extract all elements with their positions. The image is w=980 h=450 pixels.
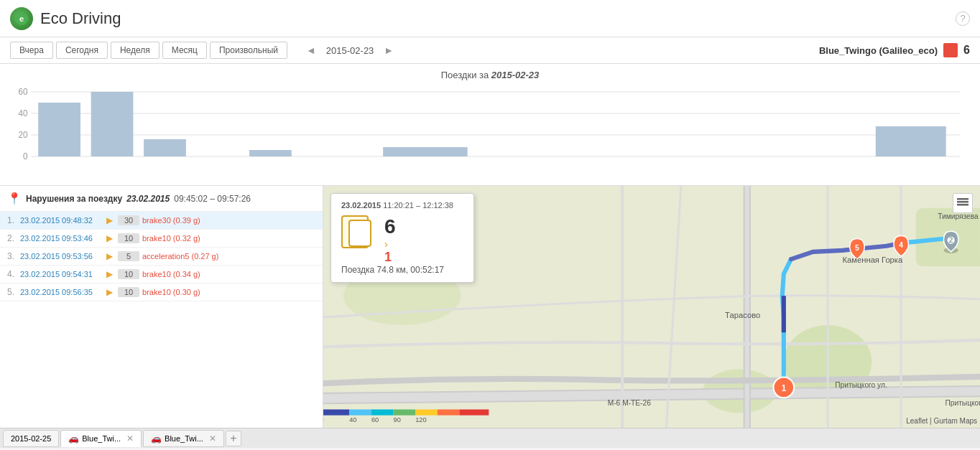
date-label: 2015-02-23 xyxy=(326,45,374,56)
svg-rect-14 xyxy=(383,147,468,156)
period-btn-yesterday[interactable]: Вчера xyxy=(10,42,53,59)
tab-vehicle-2-icon: 🚗 xyxy=(151,433,162,444)
tooltip-date-range: 23.02.2015 11:20:21 – 12:12:38 xyxy=(341,201,463,210)
vrow-arrow-2: ▶ xyxy=(106,233,118,243)
date-prev-btn[interactable]: ◄ xyxy=(302,43,320,57)
svg-rect-46 xyxy=(415,409,438,415)
vrow-num-2: 2. xyxy=(7,233,20,243)
tab-vehicle-1-label: Blue_Twi... xyxy=(82,434,121,443)
period-btn-today[interactable]: Сегодня xyxy=(56,42,108,59)
tooltip-chevron-icon: › xyxy=(384,238,388,250)
svg-rect-13 xyxy=(249,150,292,156)
vrow-score-1: 30 xyxy=(118,215,139,225)
svg-text:Притыцкого ул.: Притыцкого ул. xyxy=(835,381,887,389)
tab-vehicle-2-label: Blue_Twi... xyxy=(165,434,203,443)
tooltip-icon-stack xyxy=(341,215,377,253)
svg-text:Каменная Горка: Каменная Горка xyxy=(843,256,904,264)
bottom-tabs: 2015-02-25 🚗 Blue_Twi... ✕ 🚗 Blue_Twi...… xyxy=(0,428,980,448)
header-left: e Eco Driving xyxy=(10,7,121,30)
vrow-num-3: 3. xyxy=(7,251,20,261)
period-btn-month[interactable]: Месяц xyxy=(162,42,207,59)
vrow-type-4: brake10 (0.34 g) xyxy=(142,270,200,278)
vrow-date-2: 23.02.2015 09:53:46 xyxy=(20,234,106,243)
vrow-score-3: 5 xyxy=(118,251,139,261)
tooltip-icon-back xyxy=(348,220,371,247)
svg-text:e: e xyxy=(19,14,24,23)
svg-rect-61 xyxy=(957,204,969,206)
violations-header: 📍 Нарушения за поездку 23.02.2015 09:45:… xyxy=(0,186,323,212)
map-layers-btn[interactable] xyxy=(953,193,973,213)
vrow-date-4: 23.02.2015 09:54:31 xyxy=(20,270,106,278)
svg-rect-15 xyxy=(876,126,946,156)
tab-vehicle-2[interactable]: 🚗 Blue_Twi... ✕ xyxy=(143,430,224,447)
violation-row-4[interactable]: 4. 23.02.2015 09:54:31 ▶ 10 brake10 (0.3… xyxy=(0,266,323,283)
tab-date[interactable]: 2015-02-25 xyxy=(3,430,59,447)
tab-add-btn[interactable]: + xyxy=(226,431,241,446)
tooltip-counts: 6 › 1 xyxy=(384,215,396,265)
score-num: 6 xyxy=(963,44,970,57)
svg-text:2: 2 xyxy=(949,236,953,244)
svg-text:0: 0 xyxy=(323,416,324,423)
location-pin-icon: 📍 xyxy=(7,192,22,205)
svg-text:Притыцкого ул.: Притыцкого ул. xyxy=(945,399,980,407)
vrow-type-1: brake30 (0.39 g) xyxy=(142,216,200,225)
chart-section: Поездки за 2015-02-23 60 40 20 0 xyxy=(0,64,980,186)
toolbar-right: Blue_Twingo (Galileo_eco) 6 xyxy=(819,43,970,57)
tooltip-trip-count: 6 xyxy=(384,215,396,238)
tab-vehicle-2-close[interactable]: ✕ xyxy=(209,433,216,444)
vrow-num-5: 5. xyxy=(7,287,20,297)
svg-text:40: 40 xyxy=(349,416,356,423)
vrow-arrow-1: ▶ xyxy=(106,215,118,225)
period-btn-custom[interactable]: Произвольный xyxy=(210,42,287,59)
app-logo: e xyxy=(10,7,33,30)
vrow-type-5: brake10 (0.30 g) xyxy=(142,288,200,296)
tab-vehicle-1[interactable]: 🚗 Blue_Twi... ✕ xyxy=(60,430,142,447)
violation-row-3[interactable]: 3. 23.02.2015 09:53:56 ▶ 5 acceleration5… xyxy=(0,248,323,266)
header-right: ? xyxy=(956,11,970,26)
map-attribution: Leaflet | Gurtam Maps xyxy=(906,417,977,425)
svg-rect-45 xyxy=(394,409,416,415)
vehicle-name: Blue_Twingo (Galileo_eco) xyxy=(819,45,938,56)
violation-row-1[interactable]: 1. 23.02.2015 09:48:32 ▶ 30 brake30 (0.3… xyxy=(0,212,323,230)
tooltip-trip-info: Поездка 74.8 км, 00:52:17 xyxy=(341,265,463,275)
violations-panel: 📍 Нарушения за поездку 23.02.2015 09:45:… xyxy=(0,186,323,428)
vrow-score-2: 10 xyxy=(118,233,139,243)
svg-text:90: 90 xyxy=(394,416,401,423)
score-badge xyxy=(943,43,958,57)
vrow-arrow-5: ▶ xyxy=(106,287,118,297)
violations-trip-time: 09:45:02 – 09:57:26 xyxy=(174,194,251,204)
period-btn-week[interactable]: Неделя xyxy=(111,42,160,59)
svg-rect-48 xyxy=(459,409,489,415)
map-controls xyxy=(953,193,973,213)
violation-row-2[interactable]: 2. 23.02.2015 09:53:46 ▶ 10 brake10 (0.3… xyxy=(0,230,323,248)
svg-text:М-6 М-ТЕ-26: М-6 М-ТЕ-26 xyxy=(608,399,651,407)
main-content: Поездки за 2015-02-23 60 40 20 0 xyxy=(0,64,980,428)
svg-rect-60 xyxy=(957,201,969,203)
vrow-num-4: 4. xyxy=(7,269,20,279)
vrow-score-5: 10 xyxy=(118,287,139,297)
app-header: e Eco Driving ? xyxy=(0,0,980,37)
violation-row-5[interactable]: 5. 23.02.2015 09:56:35 ▶ 10 brake10 (0.3… xyxy=(0,283,323,301)
lower-section: 📍 Нарушения за поездку 23.02.2015 09:45:… xyxy=(0,186,980,428)
violations-label: Нарушения за поездку xyxy=(26,194,122,204)
tab-vehicle-1-close[interactable]: ✕ xyxy=(126,433,134,444)
svg-rect-47 xyxy=(438,409,460,415)
toolbar: Вчера Сегодня Неделя Месяц Произвольный … xyxy=(0,37,980,64)
svg-rect-42 xyxy=(323,409,349,415)
map-section[interactable]: 1 2 4 xyxy=(323,186,980,428)
svg-text:1: 1 xyxy=(781,383,786,393)
svg-rect-11 xyxy=(91,92,134,156)
map-tooltip: 23.02.2015 11:20:21 – 12:12:38 xyxy=(330,193,474,283)
help-icon[interactable]: ? xyxy=(956,11,970,26)
svg-text:40: 40 xyxy=(18,108,27,118)
svg-rect-44 xyxy=(371,409,394,415)
svg-text:120: 120 xyxy=(415,416,426,423)
date-next-btn[interactable]: ► xyxy=(379,43,398,57)
svg-rect-59 xyxy=(957,198,969,200)
svg-rect-12 xyxy=(144,139,186,156)
vrow-type-3: acceleration5 (0.27 g) xyxy=(142,252,218,261)
tab-vehicle-1-icon: 🚗 xyxy=(68,433,79,444)
chart-svg: 60 40 20 0 xyxy=(10,85,970,171)
svg-text:Тарасово: Тарасово xyxy=(725,311,760,319)
svg-text:60: 60 xyxy=(371,416,379,423)
